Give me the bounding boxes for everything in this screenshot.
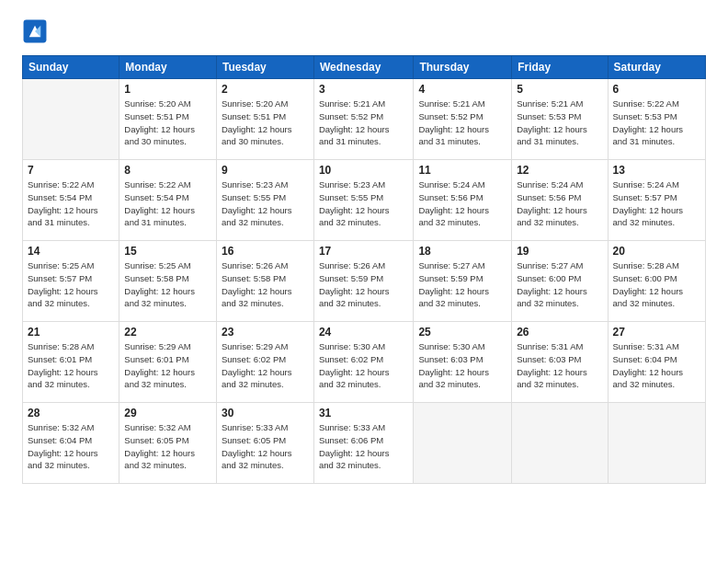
day-cell: 13Sunrise: 5:24 AM Sunset: 5:57 PM Dayli… [608, 160, 705, 241]
day-cell: 10Sunrise: 5:23 AM Sunset: 5:55 PM Dayli… [313, 160, 413, 241]
day-cell: 30Sunrise: 5:33 AM Sunset: 6:05 PM Dayli… [216, 403, 313, 484]
day-info: Sunrise: 5:25 AM Sunset: 5:58 PM Dayligh… [124, 259, 211, 310]
day-cell: 3Sunrise: 5:21 AM Sunset: 5:52 PM Daylig… [313, 79, 413, 160]
weekday-header-tuesday: Tuesday [216, 56, 313, 79]
day-number: 30 [222, 407, 309, 419]
day-info: Sunrise: 5:27 AM Sunset: 5:59 PM Dayligh… [418, 259, 506, 310]
day-number: 9 [222, 164, 309, 177]
day-number: 6 [613, 83, 700, 96]
day-info: Sunrise: 5:29 AM Sunset: 6:01 PM Dayligh… [124, 340, 211, 391]
day-number: 24 [319, 326, 408, 339]
day-info: Sunrise: 5:22 AM Sunset: 5:53 PM Dayligh… [613, 98, 700, 148]
day-number: 26 [517, 326, 602, 339]
day-info: Sunrise: 5:31 AM Sunset: 6:04 PM Dayligh… [613, 340, 700, 391]
day-info: Sunrise: 5:23 AM Sunset: 5:55 PM Dayligh… [319, 178, 408, 229]
day-cell: 28Sunrise: 5:32 AM Sunset: 6:04 PM Dayli… [23, 403, 119, 484]
weekday-header-wednesday: Wednesday [313, 56, 413, 79]
day-info: Sunrise: 5:33 AM Sunset: 6:06 PM Dayligh… [319, 421, 408, 472]
day-info: Sunrise: 5:32 AM Sunset: 6:04 PM Dayligh… [28, 421, 114, 472]
day-cell [608, 403, 705, 484]
day-number: 7 [28, 164, 114, 177]
day-cell: 1Sunrise: 5:20 AM Sunset: 5:51 PM Daylig… [119, 79, 217, 160]
week-row-4: 21Sunrise: 5:28 AM Sunset: 6:01 PM Dayli… [23, 322, 706, 403]
day-info: Sunrise: 5:21 AM Sunset: 5:52 PM Dayligh… [319, 98, 408, 148]
day-cell [512, 403, 608, 484]
day-cell: 15Sunrise: 5:25 AM Sunset: 5:58 PM Dayli… [119, 241, 217, 322]
day-number: 17 [319, 245, 408, 258]
day-cell: 6Sunrise: 5:22 AM Sunset: 5:53 PM Daylig… [608, 79, 705, 160]
weekday-header-friday: Friday [512, 56, 608, 79]
day-info: Sunrise: 5:27 AM Sunset: 6:00 PM Dayligh… [517, 259, 602, 310]
day-cell: 12Sunrise: 5:24 AM Sunset: 5:56 PM Dayli… [512, 160, 608, 241]
day-info: Sunrise: 5:26 AM Sunset: 5:58 PM Dayligh… [222, 259, 309, 310]
day-number: 15 [124, 245, 211, 258]
day-number: 29 [124, 407, 211, 419]
day-number: 14 [28, 245, 114, 258]
day-cell: 2Sunrise: 5:20 AM Sunset: 5:51 PM Daylig… [216, 79, 313, 160]
day-cell: 20Sunrise: 5:28 AM Sunset: 6:00 PM Dayli… [608, 241, 705, 322]
day-info: Sunrise: 5:25 AM Sunset: 5:57 PM Dayligh… [28, 259, 114, 310]
day-info: Sunrise: 5:21 AM Sunset: 5:53 PM Dayligh… [517, 98, 602, 148]
day-cell: 19Sunrise: 5:27 AM Sunset: 6:00 PM Dayli… [512, 241, 608, 322]
day-cell: 8Sunrise: 5:22 AM Sunset: 5:54 PM Daylig… [119, 160, 217, 241]
day-number: 12 [517, 164, 602, 177]
day-info: Sunrise: 5:21 AM Sunset: 5:52 PM Dayligh… [418, 98, 506, 148]
day-number: 13 [613, 164, 700, 177]
header [22, 18, 706, 44]
day-cell: 17Sunrise: 5:26 AM Sunset: 5:59 PM Dayli… [313, 241, 413, 322]
day-cell: 14Sunrise: 5:25 AM Sunset: 5:57 PM Dayli… [23, 241, 119, 322]
day-cell: 24Sunrise: 5:30 AM Sunset: 6:02 PM Dayli… [313, 322, 413, 403]
day-cell: 31Sunrise: 5:33 AM Sunset: 6:06 PM Dayli… [313, 403, 413, 484]
day-number: 23 [222, 326, 309, 339]
day-cell: 4Sunrise: 5:21 AM Sunset: 5:52 PM Daylig… [414, 79, 512, 160]
day-cell: 21Sunrise: 5:28 AM Sunset: 6:01 PM Dayli… [23, 322, 119, 403]
day-info: Sunrise: 5:20 AM Sunset: 5:51 PM Dayligh… [222, 98, 309, 148]
day-info: Sunrise: 5:24 AM Sunset: 5:56 PM Dayligh… [517, 178, 602, 229]
day-info: Sunrise: 5:30 AM Sunset: 6:02 PM Dayligh… [319, 340, 408, 391]
day-number: 22 [124, 326, 211, 339]
day-info: Sunrise: 5:28 AM Sunset: 6:00 PM Dayligh… [613, 259, 700, 310]
day-number: 11 [418, 164, 506, 177]
day-cell: 9Sunrise: 5:23 AM Sunset: 5:55 PM Daylig… [216, 160, 313, 241]
day-info: Sunrise: 5:28 AM Sunset: 6:01 PM Dayligh… [28, 340, 114, 391]
day-number: 27 [613, 326, 700, 339]
day-number: 1 [124, 83, 211, 96]
day-cell: 5Sunrise: 5:21 AM Sunset: 5:53 PM Daylig… [512, 79, 608, 160]
day-cell: 29Sunrise: 5:32 AM Sunset: 6:05 PM Dayli… [119, 403, 217, 484]
day-info: Sunrise: 5:20 AM Sunset: 5:51 PM Dayligh… [124, 98, 211, 148]
day-number: 8 [124, 164, 211, 177]
day-number: 18 [418, 245, 506, 258]
day-info: Sunrise: 5:31 AM Sunset: 6:03 PM Dayligh… [517, 340, 602, 391]
day-number: 2 [222, 83, 309, 96]
day-info: Sunrise: 5:29 AM Sunset: 6:02 PM Dayligh… [222, 340, 309, 391]
logo [22, 18, 51, 44]
weekday-header-thursday: Thursday [414, 56, 512, 79]
day-cell: 7Sunrise: 5:22 AM Sunset: 5:54 PM Daylig… [23, 160, 119, 241]
weekday-header-sunday: Sunday [23, 56, 119, 79]
day-number: 31 [319, 407, 408, 419]
day-cell: 18Sunrise: 5:27 AM Sunset: 5:59 PM Dayli… [414, 241, 512, 322]
day-cell: 23Sunrise: 5:29 AM Sunset: 6:02 PM Dayli… [216, 322, 313, 403]
day-number: 25 [418, 326, 506, 339]
day-cell: 11Sunrise: 5:24 AM Sunset: 5:56 PM Dayli… [414, 160, 512, 241]
day-number: 16 [222, 245, 309, 258]
day-info: Sunrise: 5:30 AM Sunset: 6:03 PM Dayligh… [418, 340, 506, 391]
day-cell [414, 403, 512, 484]
calendar-body: 1Sunrise: 5:20 AM Sunset: 5:51 PM Daylig… [23, 79, 706, 484]
day-cell: 25Sunrise: 5:30 AM Sunset: 6:03 PM Dayli… [414, 322, 512, 403]
day-info: Sunrise: 5:24 AM Sunset: 5:56 PM Dayligh… [418, 178, 506, 229]
day-number: 21 [28, 326, 114, 339]
day-number: 4 [418, 83, 506, 96]
weekday-header-monday: Monday [119, 56, 217, 79]
day-number: 28 [28, 407, 114, 419]
page: SundayMondayTuesdayWednesdayThursdayFrid… [0, 0, 728, 563]
day-cell: 27Sunrise: 5:31 AM Sunset: 6:04 PM Dayli… [608, 322, 705, 403]
day-cell: 16Sunrise: 5:26 AM Sunset: 5:58 PM Dayli… [216, 241, 313, 322]
day-number: 5 [517, 83, 602, 96]
day-number: 10 [319, 164, 408, 177]
day-info: Sunrise: 5:22 AM Sunset: 5:54 PM Dayligh… [28, 178, 114, 229]
day-info: Sunrise: 5:32 AM Sunset: 6:05 PM Dayligh… [124, 421, 211, 472]
day-number: 19 [517, 245, 602, 258]
day-info: Sunrise: 5:23 AM Sunset: 5:55 PM Dayligh… [222, 178, 309, 229]
weekday-header-row: SundayMondayTuesdayWednesdayThursdayFrid… [23, 56, 706, 79]
